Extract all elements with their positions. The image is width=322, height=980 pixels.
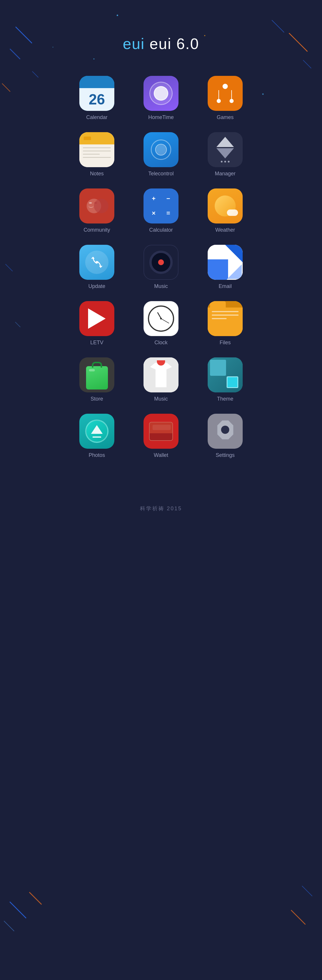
letv-label: LETV bbox=[90, 340, 103, 346]
photos-icon bbox=[79, 414, 114, 449]
music-label: Music bbox=[154, 283, 168, 290]
notes-label: Notes bbox=[90, 171, 103, 177]
calendar-icon: 26 bbox=[79, 76, 114, 111]
app-icon-hometime[interactable]: HomeTime bbox=[138, 76, 184, 121]
app-icon-store[interactable]: Store bbox=[73, 357, 120, 402]
logo-version: eui 6.0 bbox=[150, 35, 199, 52]
files-icon bbox=[208, 301, 243, 336]
notes-icon bbox=[79, 132, 114, 167]
clock-minute-hand bbox=[161, 318, 170, 323]
app-icon-email[interactable]: Email bbox=[202, 245, 249, 290]
update-label: Update bbox=[88, 283, 105, 290]
svg-point-2 bbox=[221, 426, 229, 434]
calc-multiply: × bbox=[148, 207, 160, 219]
wallet-icon bbox=[143, 414, 179, 449]
wallet-label: Wallet bbox=[154, 452, 168, 458]
app-icon-telecontrol[interactable]: Telecontrol bbox=[138, 132, 184, 177]
email-label: Email bbox=[219, 283, 232, 290]
app-icon-wallet[interactable]: Wallet bbox=[138, 414, 184, 458]
weather-icon bbox=[208, 188, 243, 223]
app-icon-music-store[interactable]: Music bbox=[138, 357, 184, 402]
photos-label: Photos bbox=[89, 452, 105, 458]
app-icon-games[interactable]: Games bbox=[202, 76, 249, 121]
store-icon bbox=[79, 357, 114, 392]
update-icon bbox=[79, 245, 114, 280]
theme-label: Theme bbox=[217, 396, 233, 402]
app-icon-update[interactable]: Update bbox=[73, 245, 120, 290]
telecontrol-icon bbox=[143, 132, 179, 167]
letv-icon bbox=[79, 301, 114, 336]
hometime-label: HomeTime bbox=[148, 115, 173, 121]
settings-label: Settings bbox=[216, 452, 235, 458]
app-icon-photos[interactable]: Photos bbox=[73, 414, 120, 458]
app-icon-theme[interactable]: Theme bbox=[202, 357, 249, 402]
app-icon-letv[interactable]: LETV bbox=[73, 301, 120, 346]
app-icon-settings[interactable]: Settings bbox=[202, 414, 249, 458]
settings-icon bbox=[208, 414, 243, 449]
app-logo: eui eui 6.0 bbox=[123, 35, 199, 52]
app-icon-clock[interactable]: Clock bbox=[138, 301, 184, 346]
weather-label: Weather bbox=[215, 227, 235, 233]
calc-minus: − bbox=[162, 193, 174, 205]
games-label: Games bbox=[217, 115, 234, 121]
logo-eui: eui bbox=[123, 35, 145, 52]
clock-face bbox=[148, 305, 174, 332]
calculator-icon: + − × = bbox=[143, 188, 179, 223]
clock-center-dot bbox=[160, 318, 162, 320]
icons-grid: 26 Calendar HomeTime bbox=[73, 76, 249, 458]
app-icon-community[interactable]: Community bbox=[73, 188, 120, 233]
footer-text: 科学祈祷 2015 bbox=[140, 505, 182, 512]
telecontrol-label: Telecontrol bbox=[148, 171, 173, 177]
manager-label: Manager bbox=[215, 171, 235, 177]
calc-plus: + bbox=[148, 193, 160, 205]
calendar-label: Calendar bbox=[86, 115, 107, 121]
settings-gear-svg bbox=[213, 419, 238, 444]
main-content: eui eui 6.0 26 Calendar HomeTi bbox=[0, 0, 322, 541]
games-icon bbox=[208, 76, 243, 111]
svg-point-0 bbox=[96, 261, 98, 264]
app-icon-files[interactable]: Files bbox=[202, 301, 249, 346]
clock-icon bbox=[143, 301, 179, 336]
files-label: Files bbox=[220, 340, 231, 346]
community-label: Community bbox=[83, 227, 110, 233]
calendar-date: 26 bbox=[89, 92, 105, 107]
app-icon-calendar[interactable]: 26 Calendar bbox=[73, 76, 120, 121]
app-icon-weather[interactable]: Weather bbox=[202, 188, 249, 233]
community-icon bbox=[79, 188, 114, 223]
music-icon bbox=[143, 245, 179, 280]
calculator-label: Calculator bbox=[149, 227, 173, 233]
email-icon bbox=[208, 245, 243, 280]
app-icon-manager[interactable]: Manager bbox=[202, 132, 249, 177]
app-icon-music[interactable]: Music bbox=[138, 245, 184, 290]
music-store-icon bbox=[143, 357, 179, 392]
music-store-label: Music bbox=[154, 396, 168, 402]
theme-icon bbox=[208, 357, 243, 392]
hometime-icon bbox=[143, 76, 179, 111]
calc-equals: = bbox=[162, 207, 174, 219]
app-icon-calculator[interactable]: + − × = Calculator bbox=[138, 188, 184, 233]
manager-icon bbox=[208, 132, 243, 167]
clock-label: Clock bbox=[154, 340, 167, 346]
store-label: Store bbox=[90, 396, 103, 402]
app-icon-notes[interactable]: Notes bbox=[73, 132, 120, 177]
